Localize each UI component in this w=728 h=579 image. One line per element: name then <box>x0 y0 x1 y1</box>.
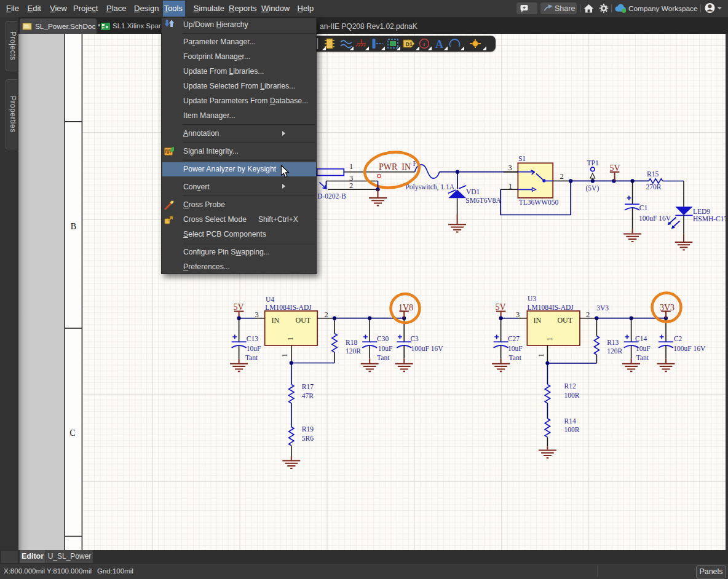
svg-text:R19: R19 <box>302 425 314 433</box>
svg-text:3V3: 3V3 <box>660 303 675 312</box>
svg-text:PWR IN: PWR IN <box>379 162 411 171</box>
svg-text:10uF: 10uF <box>247 345 261 352</box>
svg-text:5R6: 5R6 <box>302 435 314 442</box>
svg-text:R14: R14 <box>564 417 576 425</box>
svg-text:Tant: Tant <box>636 354 649 361</box>
svg-text:HSMH-C170: HSMH-C170 <box>693 215 728 223</box>
svg-text:(5V): (5V) <box>586 184 599 192</box>
svg-text:SM6T6V8A: SM6T6V8A <box>465 197 501 204</box>
svg-text:10uF: 10uF <box>508 345 523 352</box>
svg-text:R15: R15 <box>647 170 659 178</box>
svg-text:R17: R17 <box>302 383 314 390</box>
svg-text:Polyswitch, 1.1A: Polyswitch, 1.1A <box>405 183 454 191</box>
svg-text:3: 3 <box>255 310 259 319</box>
svg-text:5V: 5V <box>234 302 244 312</box>
svg-text:R18: R18 <box>346 339 357 346</box>
svg-text:3V3: 3V3 <box>596 304 609 312</box>
svg-text:C30: C30 <box>377 335 389 342</box>
svg-text:C14: C14 <box>635 335 647 342</box>
svg-text:270R: 270R <box>646 183 662 191</box>
svg-text:47R: 47R <box>302 392 314 400</box>
svg-text:LED9: LED9 <box>693 208 710 215</box>
svg-text:5V: 5V <box>610 163 620 173</box>
svg-text:C2: C2 <box>674 335 682 342</box>
svg-text:OUT: OUT <box>296 316 311 325</box>
svg-text:2: 2 <box>586 310 590 319</box>
svg-text:D1: D1 <box>406 41 413 47</box>
svg-text:120R: 120R <box>607 347 622 355</box>
svg-text:1: 1 <box>545 337 554 341</box>
svg-text:10uF: 10uF <box>378 345 393 352</box>
svg-text:OUT: OUT <box>557 316 572 325</box>
svg-text:1: 1 <box>286 337 295 341</box>
svg-text:1: 1 <box>349 162 353 171</box>
svg-text:TL36WW050: TL36WW050 <box>519 199 559 206</box>
svg-text:Company Workspace: Company Workspace <box>628 4 698 13</box>
svg-text:LM1084IS-ADJ: LM1084IS-ADJ <box>265 304 312 311</box>
svg-text:Tant: Tant <box>509 354 522 361</box>
svg-text:Tant: Tant <box>245 354 258 361</box>
svg-text:3: 3 <box>508 163 512 172</box>
svg-text:100uF 16V: 100uF 16V <box>639 215 671 222</box>
svg-text:2: 2 <box>349 181 353 190</box>
svg-text:D-0202-B: D-0202-B <box>317 192 346 200</box>
svg-text:S1: S1 <box>518 155 526 162</box>
svg-text:C: C <box>69 428 75 438</box>
svg-text:Share: Share <box>555 4 575 13</box>
svg-text:1: 1 <box>537 353 545 357</box>
svg-text:TP1: TP1 <box>587 159 599 167</box>
svg-text:100uF 16V: 100uF 16V <box>673 345 706 352</box>
svg-text:3: 3 <box>516 310 520 319</box>
svg-text:1: 1 <box>508 182 512 191</box>
svg-text:IN: IN <box>534 316 542 325</box>
svg-text:A: A <box>435 38 443 50</box>
svg-text:R13: R13 <box>607 339 619 346</box>
svg-text:R12: R12 <box>564 382 576 390</box>
svg-text:1V8: 1V8 <box>398 303 413 312</box>
svg-text:VD1: VD1 <box>466 188 480 195</box>
svg-text:C3: C3 <box>410 335 419 342</box>
svg-text:C27: C27 <box>508 335 520 342</box>
svg-text:IN: IN <box>272 316 280 325</box>
svg-text:C13: C13 <box>247 335 258 342</box>
svg-text:2: 2 <box>325 310 328 319</box>
svg-text:Tant: Tant <box>377 354 390 361</box>
svg-text:1: 1 <box>280 353 289 357</box>
svg-text:2: 2 <box>560 172 564 181</box>
svg-text:U3: U3 <box>528 295 536 302</box>
svg-text:C1: C1 <box>639 204 648 211</box>
svg-text:U4: U4 <box>266 296 274 303</box>
svg-text:LM1084IS-ADJ: LM1084IS-ADJ <box>527 304 574 311</box>
svg-text:100uF 16V: 100uF 16V <box>411 345 443 352</box>
svg-text:100R: 100R <box>564 426 580 433</box>
svg-text:10uF: 10uF <box>636 345 651 352</box>
svg-text:100R: 100R <box>564 392 580 399</box>
svg-text:B: B <box>71 222 76 231</box>
svg-text:120R: 120R <box>346 347 361 355</box>
svg-text:5V: 5V <box>496 302 506 312</box>
